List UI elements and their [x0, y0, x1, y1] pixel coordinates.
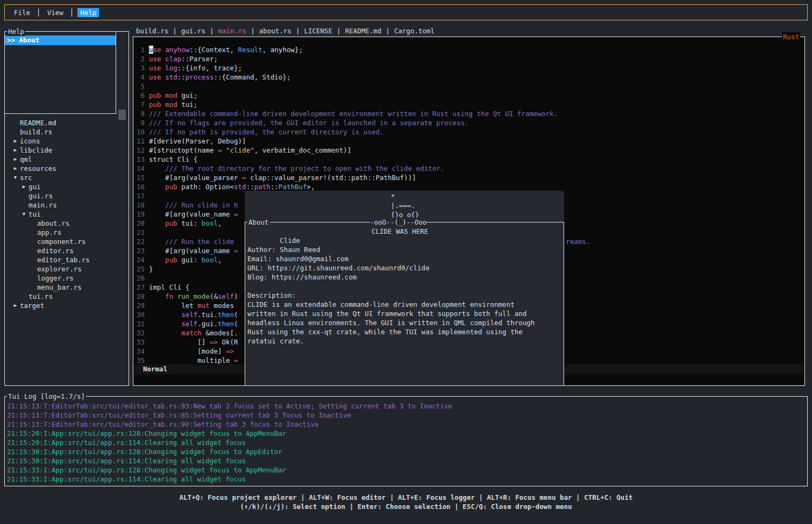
tree-item-label: libclide [20, 146, 52, 155]
code-token: , [230, 46, 238, 54]
tree-item-build-rs[interactable]: build.rs [5, 127, 129, 137]
tree-item-src[interactable]: ▼src [5, 173, 129, 182]
tree-item-logger-rs[interactable]: logger.rs [5, 274, 129, 283]
tab-separator: | [168, 27, 181, 35]
tree-item-app-rs[interactable]: app.rs [5, 228, 129, 237]
tree-item-README-md[interactable]: README.md [5, 118, 129, 127]
code-line-text: pub tui: bool, [149, 219, 222, 228]
code-token: Ok(R [218, 338, 238, 346]
tree-item-label: gui.rs [29, 191, 53, 200]
tree-item-gui[interactable]: ▶gui [5, 182, 129, 191]
code-token: /// The root directory for the project t… [149, 164, 444, 173]
tree-item-about-rs[interactable]: about.rs [5, 219, 129, 228]
about-body-line: Blog: https://shaunreed.com [247, 272, 562, 282]
tree-item-icons[interactable]: ▶icons [5, 137, 129, 146]
code-token: std [165, 73, 177, 81]
code-line: 14 /// The root directory for the projec… [133, 164, 804, 173]
log-entry-info: 21:15:30:I:App:src/tui/app.rs:114:Cleari… [7, 456, 806, 465]
code-line: 8/// Extendable command-line driven deve… [133, 109, 804, 118]
tree-item-editor_tab-rs[interactable]: editor_tab.rs [5, 255, 129, 264]
code-line: 1use anyhow::{Context, Result, anyhow}; [133, 45, 804, 54]
code-line-text: /// Run clide in h [149, 200, 238, 210]
code-token: , anyhow}; [262, 46, 303, 54]
code-token: process [186, 73, 214, 81]
tab-separator: | [381, 27, 394, 35]
explorer-scrollbar-thumb[interactable] [118, 110, 126, 120]
code-line: 3use log::{info, trace}; [133, 63, 804, 73]
line-number: 16 [133, 182, 145, 191]
code-token: mod [165, 91, 177, 99]
tree-item-libclide[interactable]: ▶libclide [5, 146, 129, 155]
tab-build.rs[interactable]: build.rs [136, 27, 168, 35]
line-number: 7 [133, 100, 145, 109]
tab-main.rs[interactable]: main.rs [218, 27, 246, 35]
line-number: 34 [133, 347, 145, 356]
code-line-text: let mut modes [149, 301, 234, 310]
menu-item-file[interactable]: File [11, 8, 33, 17]
line-number: 5 [133, 82, 145, 91]
code-line: 5 [133, 82, 804, 91]
tab-gui.rs[interactable]: gui.rs [181, 27, 205, 35]
menu-item-help[interactable]: Help [77, 8, 99, 17]
tree-item-resources[interactable]: ▶resources [5, 164, 129, 173]
code-token: &modes[. [202, 329, 238, 337]
code-token: let [149, 302, 197, 310]
dropdown-item-about[interactable]: >> About [5, 35, 116, 45]
tree-item-gui-rs[interactable]: gui.rs [5, 191, 129, 200]
tab-license[interactable]: LICENSE [304, 27, 332, 35]
tab-separator: | [291, 27, 304, 35]
tab-readme.md[interactable]: README.md [345, 27, 382, 35]
about-body-line: CLIDE is an extendable command-line driv… [247, 300, 562, 309]
tree-item-qml[interactable]: ▶qml [5, 155, 129, 164]
tree-item-main-rs[interactable]: main.rs [5, 200, 129, 210]
code-token: /// If no flags are provided, the GUI ed… [149, 119, 469, 127]
tree-item-label: menu_bar.rs [37, 283, 82, 292]
code-token: , [218, 219, 222, 227]
line-number: 28 [133, 292, 145, 301]
line-number: 8 [133, 109, 145, 118]
folder-expanded-icon: ▼ [19, 210, 29, 219]
line-number: 19 [133, 210, 145, 219]
code-token [149, 219, 165, 227]
tab-cargo.toml[interactable]: Cargo.toml [394, 27, 435, 35]
code-token: ( [234, 320, 238, 328]
folder-collapsed-icon: ▶ [11, 164, 20, 173]
line-number: 22 [133, 237, 145, 246]
file-tree: README.md build.rs▶icons▶libclide▶qml▶re… [5, 118, 129, 310]
tui-log-panel[interactable]: Tui Log [log=1.7/s] 21:15:13:T:EditorTab… [4, 396, 808, 486]
tree-indent-spacer [28, 264, 37, 274]
code-token [161, 73, 166, 81]
tree-indent-spacer [28, 237, 37, 246]
tree-item-tui-rs[interactable]: tui.rs [5, 292, 129, 301]
code-token: , [218, 256, 222, 264]
log-entry-info: 21:15:30:I:App:src/tui/app.rs:128:Changi… [7, 447, 806, 456]
folder-collapsed-icon: ▶ [11, 137, 20, 146]
menu-item-view[interactable]: View [45, 8, 66, 17]
tab-separator: | [332, 27, 345, 35]
line-number: 30 [133, 310, 145, 319]
code-token: se [153, 46, 161, 54]
tree-item-menu_bar-rs[interactable]: menu_bar.rs [5, 283, 129, 292]
tree-item-editor-rs[interactable]: editor.rs [5, 246, 129, 255]
tree-item-label: resources [20, 164, 56, 173]
tree-indent-spacer [28, 274, 37, 283]
code-token: } [149, 265, 153, 273]
code-token: #[structopt(name [149, 146, 218, 154]
about-body-line: written in Rust using the Qt UI framewor… [247, 309, 562, 318]
code-token: /// Extendable command-line driven devel… [149, 110, 558, 118]
code-token: use [149, 64, 161, 72]
tree-item-explorer-rs[interactable]: explorer.rs [5, 264, 129, 274]
tree-item-target[interactable]: ▶target [5, 301, 129, 310]
folder-collapsed-icon: ▶ [19, 182, 29, 191]
code-line-text: [mode] => [149, 347, 234, 356]
tab-about.rs[interactable]: about.rs [259, 27, 291, 35]
tree-item-component-rs[interactable]: component.rs [5, 237, 129, 246]
code-line-text: } [149, 264, 153, 274]
code-token: path [254, 183, 270, 191]
code-token: pub [165, 219, 177, 227]
about-app-name: Clide [280, 236, 300, 245]
code-line-text: [] => Ok(R [149, 338, 238, 347]
tree-item-tui[interactable]: ▼tui [5, 210, 129, 219]
code-token: #[arg(value_name [149, 247, 234, 255]
code-token: pub [149, 91, 161, 99]
